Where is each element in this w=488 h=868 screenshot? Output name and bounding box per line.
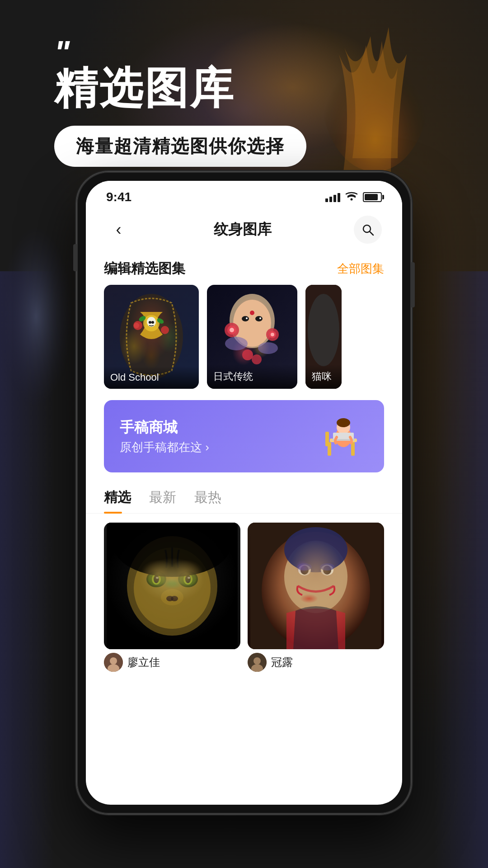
all-albums-link[interactable]: 全部图集 [337,261,384,277]
tab-hottest[interactable]: 最热 [194,488,221,513]
svg-rect-44 [107,523,238,649]
svg-rect-43 [107,523,238,649]
svg-point-27 [271,333,274,336]
status-time: 9:41 [106,190,131,204]
svg-point-52 [178,571,198,587]
phone-screen: 9:41 [86,181,402,805]
svg-point-21 [250,311,254,315]
svg-point-8 [149,321,151,324]
svg-point-55 [185,575,191,583]
svg-rect-37 [325,432,329,446]
gallery-label-cat: 猫咪 [305,364,342,389]
tiger-image [104,523,240,649]
svg-point-33 [308,294,339,366]
wifi-icon [346,191,357,203]
svg-point-73 [320,563,334,571]
status-bar: 9:41 [86,181,402,209]
svg-point-51 [156,577,159,579]
svg-point-53 [180,573,196,585]
svg-point-49 [152,574,161,585]
gallery-label-old-school: Old School [104,366,199,389]
header-section: " 精选图库 海量超清精选图供你选择 [0,36,488,167]
search-button[interactable] [354,216,382,244]
phone-wrapper: 9:41 [77,172,411,814]
signal-icon [325,192,340,202]
svg-point-7 [147,317,156,327]
svg-point-48 [148,573,164,585]
svg-point-62 [110,657,117,665]
user-info-joker: 冠露 [248,649,384,674]
banner-illustration [319,414,368,459]
svg-point-12 [161,326,169,334]
svg-point-28 [242,349,253,360]
promo-banner[interactable]: 手稿商城 原创手稿都在这 › [104,400,384,472]
svg-point-70 [321,565,333,576]
search-icon [361,223,375,236]
grid-item-tiger[interactable]: 廖立佳 [104,523,240,674]
bg-right-deco [434,271,488,868]
svg-point-19 [246,317,248,319]
svg-point-2 [351,198,353,201]
subtitle-pill: 海量超清精选图供你选择 [54,126,306,167]
svg-point-30 [225,337,248,350]
svg-point-72 [297,563,312,571]
svg-point-58 [161,589,183,605]
svg-point-65 [262,532,370,649]
svg-point-69 [300,566,309,575]
svg-point-18 [255,316,263,321]
svg-point-75 [253,657,261,665]
username-guan: 冠露 [271,655,293,670]
page-title: 纹身图库 [214,220,272,240]
svg-rect-64 [250,523,381,649]
svg-point-66 [284,541,347,613]
svg-point-60 [171,596,178,601]
phone-frame: 9:41 [77,172,411,814]
banner-subtitle: 原创手稿都在这 › [120,439,209,455]
battery-icon [363,192,382,202]
content-tabs: 精选 最新 最热 [86,484,402,514]
svg-point-11 [134,323,139,328]
svg-point-57 [113,523,231,577]
section-header: 编辑精选图集 全部图集 [86,250,402,285]
svg-point-31 [258,342,278,354]
svg-point-20 [259,317,261,319]
status-icons [325,191,382,203]
gallery-item-cat[interactable]: 猫咪 [305,285,342,389]
svg-point-59 [166,596,174,601]
svg-point-24 [230,328,234,332]
svg-point-47 [146,571,166,587]
svg-point-29 [252,354,262,364]
nav-bar: ‹ 纹身图库 [86,209,402,250]
avatar-guan [248,653,267,672]
svg-point-68 [298,565,311,576]
joker-image [248,523,384,649]
svg-point-9 [151,321,154,324]
username-liao: 廖立佳 [127,655,160,670]
svg-point-54 [183,574,192,585]
bg-left-deco [0,271,54,868]
svg-point-71 [323,566,331,575]
svg-point-56 [188,577,190,579]
svg-point-67 [284,527,347,572]
svg-point-45 [127,536,217,636]
gallery-scroll: Old School [86,285,402,389]
gallery-item-old-school[interactable]: Old School [104,285,199,389]
image-grid: 廖立佳 [86,514,402,683]
banner-text: 手稿商城 原创手稿都在这 › [120,418,209,455]
main-title: 精选图库 [54,64,488,112]
svg-point-50 [154,575,159,583]
banner-title: 手稿商城 [120,418,209,438]
section-title: 编辑精选图集 [104,259,185,278]
back-button[interactable]: ‹ [106,217,131,242]
grid-item-joker[interactable]: 冠露 [248,523,384,674]
svg-point-17 [242,316,249,321]
svg-line-4 [370,231,373,235]
user-info-tiger: 廖立佳 [104,649,240,674]
svg-point-40 [337,418,350,427]
avatar-liao [104,653,123,672]
gallery-item-japanese[interactable]: 日式传统 [207,285,297,389]
svg-point-46 [134,547,211,629]
tab-featured[interactable]: 精选 [104,488,131,513]
gallery-label-japanese: 日式传统 [207,364,297,389]
tab-latest[interactable]: 最新 [149,488,176,513]
